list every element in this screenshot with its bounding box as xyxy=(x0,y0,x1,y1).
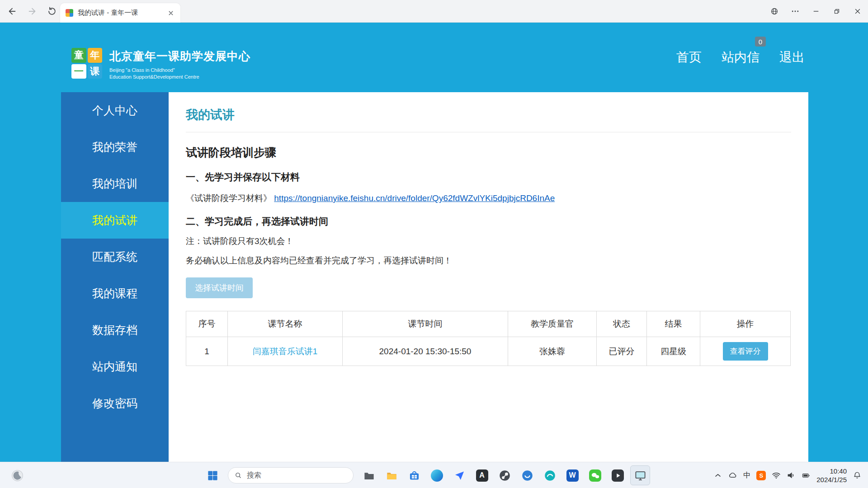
cell-lesson-time: 2024-01-20 15:30-15:50 xyxy=(343,337,508,366)
nav-messages[interactable]: 站内信 0 xyxy=(722,49,760,66)
taskbar-clock[interactable]: 10:40 2024/1/25 xyxy=(816,467,847,484)
dark-folder-app-icon[interactable] xyxy=(359,465,379,485)
close-icon[interactable] xyxy=(847,0,868,23)
material-label: 《试讲阶段学习材料》 xyxy=(186,193,272,203)
wifi-icon[interactable] xyxy=(772,471,781,480)
sidebar-item-matching-system[interactable]: 匹配系统 xyxy=(61,239,169,275)
widgets-weather-icon[interactable] xyxy=(7,465,27,485)
cell-no: 1 xyxy=(186,337,228,366)
material-link[interactable]: https://tongnianyike.feishu.cn/drive/fol… xyxy=(274,193,555,203)
view-score-button[interactable]: 查看评分 xyxy=(723,342,768,361)
microsoft-store-icon[interactable] xyxy=(404,465,424,485)
lesson-name-link[interactable]: 闫嘉琪音乐试讲1 xyxy=(253,347,318,356)
file-explorer-icon[interactable] xyxy=(382,465,401,485)
table-row: 1 闫嘉琪音乐试讲1 2024-01-20 15:30-15:50 张姝蓉 已评… xyxy=(186,337,791,366)
browser-toolbar: 我的试讲 - 童年一课 xyxy=(0,0,868,23)
col-header-lesson-name: 课节名称 xyxy=(228,311,343,337)
restore-icon[interactable] xyxy=(826,0,847,23)
taskbar-search-input[interactable]: 搜索 xyxy=(228,467,354,483)
clock-time: 10:40 xyxy=(816,467,847,476)
step2-title: 二、学习完成后，再选择试讲时间 xyxy=(186,215,791,228)
wechat-icon[interactable] xyxy=(585,465,605,485)
battery-icon[interactable] xyxy=(802,471,811,480)
note-chances: 注：试讲阶段只有3次机会！ xyxy=(186,235,791,247)
app-a-icon[interactable]: A xyxy=(472,465,492,485)
section-title: 试讲阶段培训步骤 xyxy=(186,145,791,160)
browser-tab[interactable]: 我的试讲 - 童年一课 xyxy=(60,3,180,23)
search-placeholder: 搜索 xyxy=(247,471,261,480)
edge-browser-icon[interactable] xyxy=(427,465,447,485)
col-header-lesson-time: 课节时间 xyxy=(343,311,508,337)
tab-close-icon[interactable] xyxy=(167,9,175,17)
sidebar-item-data-archive[interactable]: 数据存档 xyxy=(61,312,169,348)
search-icon xyxy=(235,472,242,479)
screen-share-active-app-icon[interactable] xyxy=(630,465,650,485)
start-button[interactable] xyxy=(203,465,222,485)
col-header-result: 结果 xyxy=(647,311,700,337)
refresh-icon[interactable] xyxy=(47,6,57,16)
trial-lecture-table: 序号 课节名称 课节时间 教学质量官 状态 结果 操作 1 闫嘉琪音乐试讲1 2… xyxy=(186,311,791,366)
globe-icon[interactable] xyxy=(764,0,785,23)
onedrive-cloud-icon[interactable] xyxy=(728,471,737,480)
notification-bell-icon[interactable] xyxy=(853,471,862,480)
browser-menu-icon[interactable] xyxy=(785,0,806,23)
sidebar-item-my-honors[interactable]: 我的荣誉 xyxy=(61,129,169,165)
site-favicon xyxy=(66,9,73,17)
webpage: 童 年 一 课 北京童年一课助学发展中心 Beijing "a Class in… xyxy=(0,23,868,462)
main-content: 我的试讲 试讲阶段培训步骤 一、先学习并保存以下材料 《试讲阶段学习材料》 ht… xyxy=(169,92,808,462)
dark-circle-app-icon[interactable] xyxy=(495,465,514,485)
table-header-row: 序号 课节名称 课节时间 教学质量官 状态 结果 操作 xyxy=(186,311,791,337)
back-icon[interactable] xyxy=(7,6,17,16)
nav-logout[interactable]: 退出 xyxy=(779,49,805,66)
choose-trial-time-button[interactable]: 选择试讲时间 xyxy=(186,277,253,298)
col-header-quality-officer: 教学质量官 xyxy=(508,311,597,337)
sidebar-item-personal-center[interactable]: 个人中心 xyxy=(61,92,169,129)
sidebar-item-my-trial-lecture[interactable]: 我的试讲 xyxy=(61,202,169,239)
note-confirm: 务必确认以上信息及内容均已经查看并完成了学习，再选择试讲时间！ xyxy=(186,255,791,267)
org-name-en-line1: Beijing "a Class in Childhood" xyxy=(109,67,250,74)
minimize-icon[interactable] xyxy=(806,0,826,23)
forward-icon[interactable] xyxy=(27,6,37,16)
step1-title: 一、先学习并保存以下材料 xyxy=(186,171,791,183)
sidebar-item-my-training[interactable]: 我的培训 xyxy=(61,165,169,202)
feishu-app-icon[interactable] xyxy=(449,465,469,485)
clock-date: 2024/1/25 xyxy=(816,475,847,484)
col-header-action: 操作 xyxy=(700,311,791,337)
org-name-block: 北京童年一课助学发展中心 Beijing "a Class in Childho… xyxy=(109,49,250,81)
cell-quality-officer: 张姝蓉 xyxy=(508,337,597,366)
org-name-en-line2: Education Support&Development Centre xyxy=(109,74,250,80)
logo-tile: 课 xyxy=(88,64,103,79)
volume-icon[interactable] xyxy=(787,471,796,480)
sidebar-item-site-notice[interactable]: 站内通知 xyxy=(61,348,169,385)
site-header: 童 年 一 课 北京童年一课助学发展中心 Beijing "a Class in… xyxy=(0,23,868,92)
logo-tile: 一 xyxy=(71,64,86,79)
sogou-input-icon[interactable]: S xyxy=(756,471,766,480)
site-logo: 童 年 一 课 xyxy=(71,48,102,79)
page-title: 我的试讲 xyxy=(186,107,791,132)
sidebar: 个人中心 我的荣誉 我的培训 我的试讲 匹配系统 我的课程 数据存档 站内通知 … xyxy=(61,92,169,462)
blue-circle-app-icon[interactable] xyxy=(517,465,537,485)
cell-result: 四星级 xyxy=(647,337,700,366)
nav-home[interactable]: 首页 xyxy=(676,49,702,66)
ime-language-icon[interactable]: 中 xyxy=(743,471,750,480)
cell-status: 已评分 xyxy=(597,337,647,366)
message-count-badge: 0 xyxy=(755,37,766,47)
teal-circle-app-icon[interactable] xyxy=(540,465,560,485)
col-header-no: 序号 xyxy=(186,311,228,337)
sidebar-item-my-courses[interactable]: 我的课程 xyxy=(61,275,169,312)
col-header-status: 状态 xyxy=(597,311,647,337)
word-icon[interactable]: W xyxy=(562,465,582,485)
tray-chevron-up-icon[interactable] xyxy=(713,471,722,480)
logo-tile: 年 xyxy=(88,48,103,63)
logo-tile: 童 xyxy=(71,48,86,63)
org-name-cn: 北京童年一课助学发展中心 xyxy=(109,49,250,64)
sidebar-item-change-password[interactable]: 修改密码 xyxy=(61,385,169,422)
top-nav: 首页 站内信 0 退出 xyxy=(676,23,805,92)
windows-taskbar: 搜索 A W xyxy=(0,462,868,488)
dark-square-app-icon[interactable] xyxy=(608,465,627,485)
tab-title: 我的试讲 - 童年一课 xyxy=(78,9,162,17)
